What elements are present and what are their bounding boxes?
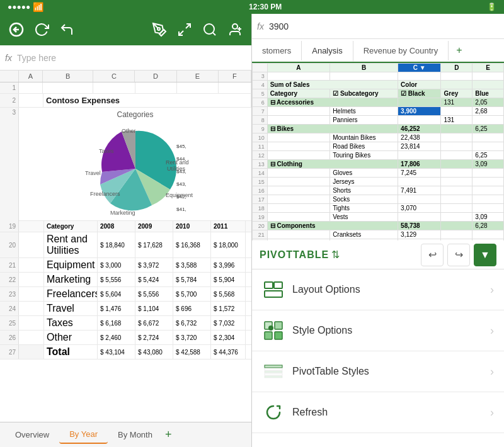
cell[interactable] <box>441 72 472 81</box>
cell-category[interactable]: Rent and Utilities <box>44 232 98 257</box>
cell[interactable] <box>441 222 472 230</box>
cell[interactable] <box>472 116 504 125</box>
cell-road-bikes[interactable]: Road Bikes <box>330 142 398 151</box>
cell-2011[interactable]: $ 3,996 <box>211 258 246 272</box>
cell[interactable] <box>472 186 504 195</box>
cell-2011[interactable]: $ 7,032 <box>211 316 246 330</box>
cell-category[interactable]: Freelancers <box>44 287 98 301</box>
search-button[interactable] <box>200 20 220 40</box>
cell-num[interactable] <box>19 302 44 315</box>
right-spreadsheet[interactable]: A B C ▼ D E 3 <box>252 63 504 240</box>
spreadsheet-left[interactable]: 1 2 Contoso Expenses 3 Categories <box>0 82 251 422</box>
cell-category[interactable]: Travel <box>44 302 98 315</box>
cell-2011[interactable]: $ 5,904 <box>211 273 246 286</box>
cell-2009[interactable]: $ 17,628 <box>135 232 173 257</box>
cell-2009[interactable]: $ 5,424 <box>135 273 173 286</box>
cell[interactable] <box>267 107 329 116</box>
cell[interactable] <box>472 81 504 89</box>
cell-2011[interactable]: $ 1,572 <box>211 302 246 315</box>
cell-2010[interactable]: $ 16,368 <box>173 232 211 257</box>
cell[interactable] <box>267 133 329 142</box>
pivot-col-e[interactable]: E <box>472 64 504 72</box>
col-header-b[interactable]: B <box>43 71 93 82</box>
cell[interactable] <box>398 72 441 81</box>
cell-num[interactable] <box>19 331 44 344</box>
cell-2009[interactable]: $ 2,724 <box>135 331 173 344</box>
tab-by-year[interactable]: By Year <box>59 426 108 444</box>
cell[interactable] <box>441 160 472 169</box>
cell[interactable]: 7,245 <box>398 169 441 178</box>
cell[interactable] <box>398 195 441 204</box>
cell-2008[interactable]: $ 5,604 <box>98 287 135 301</box>
cell-components[interactable]: ⊟ Components <box>267 222 398 230</box>
cell[interactable]: 3,070 <box>398 204 441 213</box>
header-2011[interactable]: 2011 <box>211 221 246 232</box>
col-header-d[interactable]: D <box>135 71 176 82</box>
cell[interactable]: 2,05 <box>472 98 504 107</box>
layout-options-item[interactable]: Layout Options › <box>252 269 504 310</box>
cell-jerseys[interactable]: Jerseys <box>330 178 398 186</box>
cell-vests[interactable]: Vests <box>330 213 398 222</box>
cell[interactable]: 3,09 <box>472 160 504 169</box>
cell-2009[interactable]: $ 43,080 <box>135 345 173 359</box>
undo-pivot-button[interactable]: ↩ <box>421 244 444 266</box>
tab-customers[interactable]: stomers <box>252 41 302 60</box>
cell[interactable]: 6,28 <box>472 222 504 230</box>
header-2009[interactable]: 2009 <box>135 221 173 232</box>
expand-button[interactable] <box>175 20 195 40</box>
cell[interactable] <box>398 116 441 125</box>
cell[interactable] <box>398 178 441 186</box>
cell-a2[interactable] <box>19 94 43 107</box>
cell-helmets-value[interactable]: 3,900 <box>398 107 441 116</box>
cell[interactable] <box>472 142 504 151</box>
cell-category[interactable]: Category <box>267 89 329 98</box>
cell[interactable]: 6,25 <box>472 151 504 160</box>
cell[interactable] <box>267 186 329 195</box>
cell[interactable] <box>398 98 441 107</box>
cell-2008[interactable]: $ 5,556 <box>98 273 135 286</box>
cell-grey[interactable]: Grey <box>441 89 472 98</box>
cell[interactable] <box>441 204 472 213</box>
cell[interactable] <box>267 151 329 160</box>
col-header-f[interactable]: F <box>219 71 251 82</box>
cell[interactable] <box>441 133 472 142</box>
cell[interactable] <box>267 204 329 213</box>
cell-2010[interactable]: $ 3,588 <box>173 258 211 272</box>
cell[interactable] <box>330 72 398 81</box>
cell-touring-bikes[interactable]: Touring Bikes <box>330 151 398 160</box>
cell[interactable] <box>441 169 472 178</box>
cell-category[interactable]: Equipment <box>44 258 98 272</box>
cell[interactable]: 46,252 <box>398 125 441 133</box>
cell-2009[interactable]: $ 6,672 <box>135 316 173 330</box>
cell[interactable] <box>398 213 441 222</box>
redo-pivot-button[interactable]: ↪ <box>447 244 470 266</box>
cell-c1[interactable] <box>93 82 135 93</box>
cell-clothing[interactable]: ⊟ Clothing <box>267 160 398 169</box>
cell[interactable] <box>267 72 329 81</box>
cell[interactable] <box>398 151 441 160</box>
col-header-e[interactable]: E <box>177 71 219 82</box>
cell[interactable] <box>472 178 504 186</box>
cell[interactable] <box>267 142 329 151</box>
cell-shorts[interactable]: Shorts <box>330 186 398 195</box>
cell[interactable] <box>441 125 472 133</box>
header-2010[interactable]: 2010 <box>173 221 211 232</box>
cell-num[interactable] <box>19 287 44 301</box>
cell-2008[interactable]: $ 1,476 <box>98 302 135 315</box>
cell[interactable] <box>472 195 504 204</box>
pen-button[interactable] <box>149 20 169 40</box>
back-button[interactable] <box>6 20 26 40</box>
cell-2009[interactable]: $ 1,104 <box>135 302 173 315</box>
tab-overview[interactable]: Overview <box>5 426 59 443</box>
cell[interactable]: 7,491 <box>398 186 441 195</box>
cell-b1[interactable] <box>43 82 93 93</box>
cell-2011[interactable]: $ 44,376 <box>211 345 246 359</box>
tab-analysis[interactable]: Analysis <box>302 41 353 62</box>
cell[interactable] <box>441 195 472 204</box>
cell[interactable] <box>472 72 504 81</box>
cell-2008[interactable]: $ 18,840 <box>98 232 135 257</box>
cell[interactable] <box>267 230 329 239</box>
cell-category[interactable]: Marketing <box>44 273 98 286</box>
cell-accessories[interactable]: ⊟ Accessories <box>267 98 398 107</box>
cell[interactable] <box>267 169 329 178</box>
